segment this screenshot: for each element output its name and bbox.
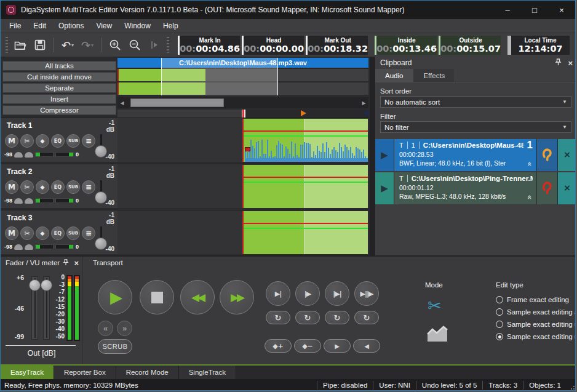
eq-button[interactable]: EQ	[51, 180, 65, 194]
project-overview[interactable]: C:\Users\nin\Desktop\Maus-48.mp3.wav	[117, 58, 368, 95]
goto-marker-icon[interactable]	[146, 36, 163, 54]
marker-button[interactable]: ◆	[36, 134, 49, 148]
entry-details[interactable]: T C:\Users\nin\Desktop\Ping-Trenner.M 00…	[394, 172, 536, 204]
track-menu-button[interactable]: ≡	[82, 226, 95, 240]
end-marker[interactable]	[363, 110, 368, 116]
play-between-marks-button[interactable]: |▶|	[325, 281, 349, 306]
clip-envelope-line[interactable]	[244, 228, 368, 229]
track-menu-button[interactable]: ≡	[82, 134, 95, 148]
play-from-mark-button[interactable]: |▶	[295, 281, 320, 306]
mute-button[interactable]: M	[5, 180, 18, 194]
tab-effects[interactable]: Effects	[413, 69, 455, 82]
track-fader-knob[interactable]	[95, 191, 107, 204]
time-display-outside[interactable]: Outside 00:00:15.07	[439, 36, 501, 55]
maximize-button[interactable]: □	[521, 1, 548, 19]
playhead-marker[interactable]	[242, 110, 245, 118]
track2-audio-clip[interactable]	[244, 165, 368, 208]
menu-file[interactable]: File	[3, 20, 27, 32]
radio-sample-exact-1[interactable]: Sample exact editing at	[496, 306, 576, 318]
compressor-button[interactable]: Compressor	[2, 105, 116, 115]
play-to-mark-button[interactable]: ▶|	[266, 281, 290, 306]
undo-icon[interactable]: ↶▾	[59, 36, 76, 54]
resize-grip[interactable]	[567, 379, 576, 391]
prelisten-ear-icon[interactable]	[537, 139, 557, 171]
track2-lane[interactable]	[117, 164, 368, 208]
mute-button[interactable]: M	[5, 134, 18, 148]
remove-entry-button[interactable]: ×	[558, 172, 576, 204]
time-display-mark-in[interactable]: Mark In 00:00:04.86	[178, 36, 240, 55]
zoom-out-icon[interactable]	[126, 36, 143, 54]
radio-icon-selected[interactable]	[496, 333, 503, 340]
tab-singletrack[interactable]: SingleTrack	[179, 366, 236, 379]
scrub-button[interactable]: SCRUB	[98, 339, 132, 354]
radio-icon[interactable]	[496, 296, 503, 303]
radio-sample-exact-2[interactable]: Sample exact editing us	[496, 318, 576, 330]
time-display-inside[interactable]: Inside 00:00:13.46	[375, 36, 437, 55]
redo-icon[interactable]: ↷▾	[79, 36, 96, 54]
filter-select[interactable]: No filter ▼	[380, 121, 571, 133]
scrollbar-thumb[interactable]	[130, 98, 224, 107]
radio-icon[interactable]	[496, 308, 503, 316]
nudge-back-button[interactable]: ◀	[353, 339, 380, 353]
play-button[interactable]: ▶	[98, 280, 132, 314]
sub-button[interactable]: SUB	[66, 134, 80, 148]
track3-audio-clip[interactable]	[244, 211, 368, 254]
next-marker-button[interactable]: »	[117, 321, 132, 336]
pan-knob[interactable]	[25, 198, 33, 204]
loop-button[interactable]: ↻	[354, 311, 379, 324]
tab-reporter-box[interactable]: Reporter Box	[54, 366, 116, 379]
tab-audio[interactable]: Audio	[375, 69, 413, 82]
track1-audio-clip[interactable]	[244, 119, 368, 162]
delete-marker-button[interactable]: ◆−	[294, 339, 321, 353]
loop-button[interactable]: ↻	[266, 311, 290, 324]
sub-button[interactable]: SUB	[66, 226, 80, 240]
play-entry-button[interactable]: ▶	[375, 172, 394, 204]
sub-button[interactable]: SUB	[66, 180, 80, 194]
pan-knob[interactable]	[14, 198, 23, 204]
close-button[interactable]: ×	[548, 1, 575, 19]
clip-level-line[interactable]	[244, 223, 368, 224]
track3-lane[interactable]	[117, 210, 368, 254]
marker-button[interactable]: ◆	[36, 226, 49, 240]
track-fader-knob[interactable]	[95, 238, 107, 250]
time-display-local-time[interactable]: Local Time 12:14:07	[507, 36, 570, 55]
rewind-button[interactable]: ◀◀	[180, 280, 215, 314]
radio-frame-exact[interactable]: Frame exact editing	[496, 294, 576, 306]
menu-view[interactable]: View	[90, 20, 118, 32]
prev-marker-button[interactable]: «	[98, 321, 113, 336]
clipboard-entry[interactable]: ▶ T 1 C:\Users\nin\Desktop\Maus-48 1 00:…	[375, 139, 576, 171]
save-icon[interactable]	[31, 36, 49, 54]
entry-details[interactable]: T 1 C:\Users\nin\Desktop\Maus-48 1 00:00…	[394, 139, 536, 171]
scissors-button[interactable]: ✂	[20, 134, 34, 148]
loop-button[interactable]: ↻	[295, 311, 320, 324]
marker-button[interactable]: ◆	[36, 180, 49, 194]
radio-icon[interactable]	[496, 321, 503, 328]
nudge-forward-button[interactable]: ▶	[324, 339, 351, 353]
time-ruler[interactable]	[117, 110, 368, 118]
toolbar-grip[interactable]	[167, 37, 169, 53]
overview-selection[interactable]	[161, 58, 278, 95]
cut-inside-and-move-button[interactable]: Cut inside and move	[2, 72, 116, 82]
menu-window[interactable]: Window	[118, 20, 157, 32]
pan-knob[interactable]	[25, 244, 33, 250]
output-fader-knob[interactable]	[29, 279, 41, 291]
radio-sample-exact-3[interactable]: Sample exact editing us	[496, 330, 576, 343]
play-around-mark-button[interactable]: ▶||▶	[354, 281, 379, 306]
track1-lane[interactable]	[117, 118, 368, 162]
clip-edit-handle[interactable]	[245, 147, 250, 151]
pan-knob[interactable]	[25, 152, 33, 158]
pan-knob[interactable]	[14, 152, 23, 158]
tab-easytrack[interactable]: EasyTrack	[1, 366, 54, 379]
mute-button[interactable]: M	[5, 226, 18, 240]
clipboard-entry[interactable]: ▶ T C:\Users\nin\Desktop\Ping-Trenner.M …	[375, 172, 576, 204]
pin-icon[interactable]	[555, 57, 562, 68]
clip-envelope-line[interactable]	[244, 182, 368, 183]
stop-button[interactable]	[140, 280, 174, 314]
mark-out-marker[interactable]	[301, 110, 306, 116]
eq-button[interactable]: EQ	[51, 226, 65, 240]
clip-envelope-line[interactable]	[244, 135, 368, 137]
horizontal-scrollbar[interactable]: ◀ ▶	[117, 97, 368, 108]
menu-edit[interactable]: Edit	[27, 20, 52, 32]
pan-knob[interactable]	[14, 244, 23, 250]
toolbar-grip[interactable]	[6, 37, 8, 53]
